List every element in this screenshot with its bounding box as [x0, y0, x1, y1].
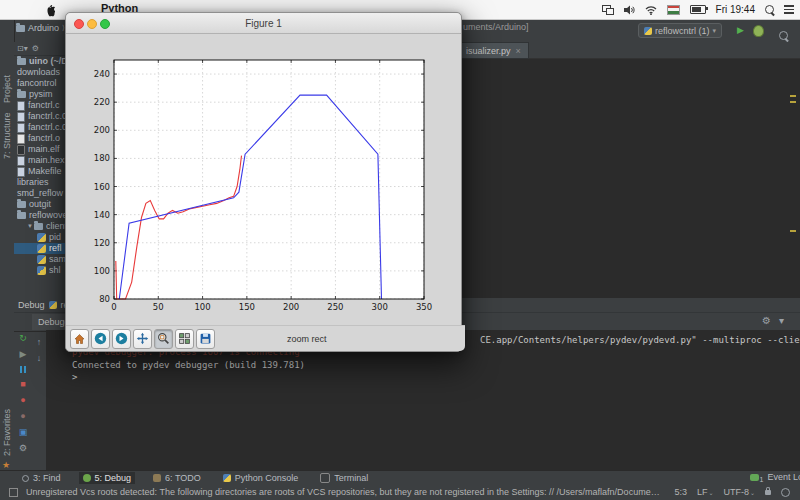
tree-item-fanctrl-c-0[interactable]: fanctrl.c.0	[14, 111, 65, 122]
back-button[interactable]	[91, 329, 110, 349]
display-mirroring-icon[interactable]	[602, 1, 614, 19]
menu-bar-clock[interactable]: Fri 19:44	[716, 4, 755, 15]
pan-button[interactable]	[133, 329, 152, 349]
pause-icon[interactable]	[20, 366, 26, 373]
close-window-button[interactable]	[74, 19, 84, 29]
tool-window-button-6-todo[interactable]: 6: TODO	[149, 472, 205, 485]
tree-item-sam[interactable]: sam	[14, 254, 65, 265]
save-button[interactable]	[196, 329, 215, 349]
tree-item-libraries[interactable]: libraries	[14, 177, 65, 188]
editor-stripe-mark[interactable]	[790, 230, 796, 232]
tree-item-fancontrol[interactable]: fancontrol	[14, 78, 65, 89]
tree-item-shl[interactable]: shl	[14, 265, 65, 276]
editor-stripe-mark[interactable]	[790, 95, 796, 97]
show-execution-point-icon[interactable]: ↑	[37, 338, 42, 347]
settings-gear-icon[interactable]: ⚙	[32, 44, 39, 53]
run-button[interactable]: ▶	[737, 25, 744, 35]
volume-icon[interactable]	[624, 1, 635, 19]
python-icon	[49, 301, 57, 309]
tree-item-fanctrl-c[interactable]: fanctrl.c	[14, 100, 65, 111]
tool-window-button-terminal[interactable]: Terminal	[316, 472, 372, 485]
tree-item-refl[interactable]: refl	[14, 243, 65, 254]
tool-button-structure[interactable]: 7: Structure	[2, 112, 12, 159]
tool-window-button-python-console[interactable]: Python Console	[219, 472, 303, 485]
tree-item-label: fanctrl.c.0	[28, 111, 65, 122]
tree-item-reflowove[interactable]: reflowove	[14, 210, 65, 221]
debugger-settings-icon[interactable]: ⚙	[19, 444, 27, 453]
tree-item-label: outgit	[29, 199, 51, 210]
svg-text:140: 140	[94, 210, 110, 220]
line-separator-select[interactable]: LF⌄	[697, 487, 714, 497]
close-icon[interactable]: ×	[516, 46, 521, 56]
resume-icon[interactable]: ▶	[20, 350, 27, 359]
battery-icon[interactable]	[690, 5, 706, 14]
tool-window-button-3-find[interactable]: 3: Find	[18, 472, 65, 485]
figure-title-bar[interactable]: Figure 1	[66, 13, 461, 34]
breakpoints-icon[interactable]: ●	[20, 396, 25, 405]
tool-button-favorites[interactable]: 2: Favorites	[2, 409, 12, 456]
tree-item-label: refl	[49, 243, 62, 254]
tree-item-outgit[interactable]: outgit	[14, 199, 65, 210]
minimize-window-button[interactable]	[87, 19, 97, 29]
tree-item-uino-docu[interactable]: uino (~/Docu	[14, 56, 65, 67]
stop-icon[interactable]: ■	[20, 380, 25, 389]
tree-item-label: Makefile	[28, 166, 62, 177]
toolwindow-toggle-icon[interactable]	[9, 488, 18, 497]
step-over-icon[interactable]: ↓	[37, 354, 42, 363]
event-log-button[interactable]: 1 Event Log	[750, 470, 800, 484]
figure-canvas[interactable]: 0501001502002503003508010012014016018020…	[66, 34, 461, 327]
rerun-icon[interactable]: ↻	[19, 334, 27, 343]
tree-item-main-elf[interactable]: main.elf	[14, 144, 65, 155]
status-message[interactable]: Unregistered Vcs roots detected: The fol…	[26, 487, 664, 497]
cursor-position[interactable]: 5:3	[674, 487, 687, 497]
input-language-flag-icon[interactable]	[667, 5, 680, 15]
expand-arrow-icon[interactable]: ▼	[27, 221, 33, 232]
editor-stripe-mark[interactable]	[790, 101, 796, 103]
tree-item-client[interactable]: ▼client	[14, 221, 65, 232]
restore-layout-icon[interactable]: ▣	[19, 428, 28, 437]
tree-item-label: fanctrl.c	[28, 100, 60, 111]
zoom-window-button[interactable]	[100, 19, 110, 29]
forward-button[interactable]	[112, 329, 131, 349]
mute-breakpoints-icon[interactable]: ●	[20, 412, 25, 421]
notification-center-icon[interactable]	[784, 5, 794, 14]
temperature-plot: 0501001502002503003508010012014016018020…	[66, 34, 461, 327]
figure-window[interactable]: Figure 1 0501001502002503003508010012014…	[65, 12, 462, 352]
tree-item-fanctrl-o[interactable]: fanctrl.o	[14, 133, 65, 144]
tree-item-label: reflowove	[29, 210, 65, 221]
tree-item-main-hex[interactable]: main.hex	[14, 155, 65, 166]
highlighting-level-icon[interactable]	[781, 488, 790, 497]
console-line: CE.app/Contents/helpers/pydev/pydevd.py"…	[480, 335, 800, 345]
lock-icon[interactable]	[765, 490, 771, 495]
scope-selector-icon[interactable]: ⊡▾	[17, 44, 28, 53]
tree-item-pid[interactable]: pid	[14, 232, 65, 243]
breadcrumb-item[interactable]: Arduino	[28, 23, 59, 33]
svg-text:50: 50	[153, 302, 164, 312]
find-icon	[22, 475, 29, 482]
todo-icon	[153, 474, 161, 482]
run-configuration-select[interactable]: reflowcntrl (1) ▾	[638, 23, 722, 38]
tree-item-makefile[interactable]: Makefile	[14, 166, 65, 177]
tree-item-smd-reflow[interactable]: smd_reflow	[14, 188, 65, 199]
encoding-select[interactable]: UTF-8⌄	[723, 487, 755, 497]
home-button[interactable]	[70, 329, 89, 349]
editor-tab-visualizer[interactable]: isualizer.py ×	[458, 42, 529, 59]
tool-button-project[interactable]: Project	[2, 75, 12, 103]
debug-button[interactable]	[753, 25, 764, 37]
configure-subplots-button[interactable]	[175, 329, 194, 349]
left-tool-strip: Project 7: Structure 2: Favorites ★	[0, 19, 15, 470]
tree-item-label: uino (~/Docu	[29, 56, 65, 67]
gear-icon[interactable]: ⚙	[762, 315, 771, 326]
apple-menu-icon[interactable]	[44, 3, 55, 21]
tree-item-downloads[interactable]: downloads	[14, 67, 65, 78]
zoom-rect-button[interactable]	[154, 329, 173, 349]
tree-item-fanctrl-c-0[interactable]: fanctrl.c.0	[14, 122, 65, 133]
tree-item-pysim[interactable]: pysim	[14, 89, 65, 100]
svg-text:160: 160	[94, 182, 110, 192]
chevron-down-icon: ▾	[712, 27, 716, 35]
folder-icon	[16, 25, 25, 32]
wifi-icon[interactable]	[645, 1, 657, 19]
tool-window-button-5-debug[interactable]: 5: Debug	[79, 472, 136, 485]
hide-panel-icon[interactable]: ▾	[779, 315, 784, 326]
spotlight-icon[interactable]	[765, 5, 774, 14]
